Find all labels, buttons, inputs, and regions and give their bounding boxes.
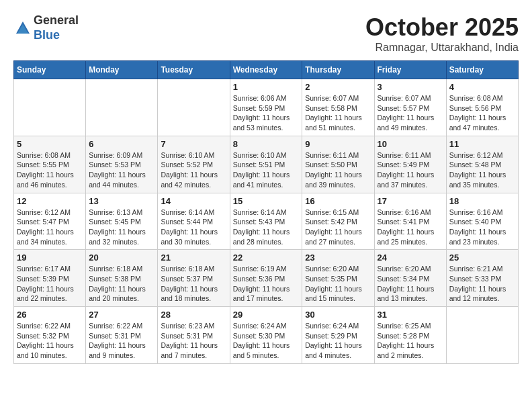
logo-icon <box>13 19 32 38</box>
day-number: 1 <box>233 82 300 92</box>
calendar-cell <box>14 79 86 136</box>
calendar-cell: 28Sunrise: 6:23 AM Sunset: 5:31 PM Dayli… <box>158 307 230 364</box>
day-number: 18 <box>449 196 515 206</box>
day-info: Sunrise: 6:09 AM Sunset: 5:53 PM Dayligh… <box>89 150 154 190</box>
day-number: 15 <box>233 196 300 206</box>
calendar-cell: 21Sunrise: 6:18 AM Sunset: 5:37 PM Dayli… <box>158 250 230 307</box>
calendar-cell: 10Sunrise: 6:11 AM Sunset: 5:49 PM Dayli… <box>374 136 446 193</box>
day-number: 11 <box>449 139 515 149</box>
weekday-header: Sunday <box>14 61 86 79</box>
page-header: General Blue October 2025 Ramnagar, Utta… <box>13 13 519 54</box>
calendar-cell: 25Sunrise: 6:21 AM Sunset: 5:33 PM Dayli… <box>446 250 518 307</box>
day-number: 17 <box>378 196 443 206</box>
day-info: Sunrise: 6:07 AM Sunset: 5:57 PM Dayligh… <box>378 93 443 133</box>
calendar-week-row: 12Sunrise: 6:12 AM Sunset: 5:47 PM Dayli… <box>14 193 519 250</box>
day-info: Sunrise: 6:14 AM Sunset: 5:44 PM Dayligh… <box>161 208 226 247</box>
calendar-cell: 17Sunrise: 6:16 AM Sunset: 5:41 PM Dayli… <box>374 193 446 250</box>
day-number: 25 <box>449 253 515 263</box>
day-info: Sunrise: 6:17 AM Sunset: 5:39 PM Dayligh… <box>17 264 83 304</box>
calendar-header-row: SundayMondayTuesdayWednesdayThursdayFrid… <box>14 61 519 79</box>
calendar-cell <box>86 79 158 136</box>
day-info: Sunrise: 6:18 AM Sunset: 5:37 PM Dayligh… <box>161 264 226 304</box>
weekday-header: Thursday <box>302 61 374 79</box>
day-number: 26 <box>17 310 83 320</box>
calendar-cell: 13Sunrise: 6:13 AM Sunset: 5:45 PM Dayli… <box>86 193 158 250</box>
weekday-header: Tuesday <box>158 61 230 79</box>
calendar-cell: 15Sunrise: 6:14 AM Sunset: 5:43 PM Dayli… <box>230 193 302 250</box>
day-number: 24 <box>378 253 443 263</box>
calendar-cell: 24Sunrise: 6:20 AM Sunset: 5:34 PM Dayli… <box>374 250 446 307</box>
logo-blue: Blue <box>34 28 79 43</box>
calendar-cell: 22Sunrise: 6:19 AM Sunset: 5:36 PM Dayli… <box>230 250 302 307</box>
calendar-cell: 31Sunrise: 6:25 AM Sunset: 5:28 PM Dayli… <box>374 307 446 364</box>
title-block: October 2025 Ramnagar, Uttarakhand, Indi… <box>365 13 519 54</box>
calendar-cell: 7Sunrise: 6:10 AM Sunset: 5:52 PM Daylig… <box>158 136 230 193</box>
day-info: Sunrise: 6:15 AM Sunset: 5:42 PM Dayligh… <box>305 208 371 247</box>
calendar-cell: 18Sunrise: 6:16 AM Sunset: 5:40 PM Dayli… <box>446 193 518 250</box>
day-info: Sunrise: 6:10 AM Sunset: 5:51 PM Dayligh… <box>233 150 300 190</box>
day-info: Sunrise: 6:11 AM Sunset: 5:49 PM Dayligh… <box>378 150 443 190</box>
day-number: 9 <box>305 139 371 149</box>
day-info: Sunrise: 6:22 AM Sunset: 5:32 PM Dayligh… <box>17 321 83 361</box>
day-number: 14 <box>161 196 226 206</box>
calendar-cell: 14Sunrise: 6:14 AM Sunset: 5:44 PM Dayli… <box>158 193 230 250</box>
day-info: Sunrise: 6:08 AM Sunset: 5:56 PM Dayligh… <box>449 93 515 133</box>
day-info: Sunrise: 6:19 AM Sunset: 5:36 PM Dayligh… <box>233 264 300 304</box>
calendar-week-row: 26Sunrise: 6:22 AM Sunset: 5:32 PM Dayli… <box>14 307 519 364</box>
day-number: 12 <box>17 196 83 206</box>
month-title: October 2025 <box>365 13 519 42</box>
day-info: Sunrise: 6:22 AM Sunset: 5:31 PM Dayligh… <box>89 321 154 361</box>
day-info: Sunrise: 6:07 AM Sunset: 5:58 PM Dayligh… <box>305 93 371 133</box>
day-info: Sunrise: 6:13 AM Sunset: 5:45 PM Dayligh… <box>89 208 154 247</box>
day-number: 16 <box>305 196 371 206</box>
day-number: 20 <box>89 253 154 263</box>
day-number: 22 <box>233 253 300 263</box>
day-info: Sunrise: 6:24 AM Sunset: 5:29 PM Dayligh… <box>305 321 371 361</box>
day-info: Sunrise: 6:23 AM Sunset: 5:31 PM Dayligh… <box>161 321 226 361</box>
calendar-week-row: 5Sunrise: 6:08 AM Sunset: 5:55 PM Daylig… <box>14 136 519 193</box>
calendar-cell: 8Sunrise: 6:10 AM Sunset: 5:51 PM Daylig… <box>230 136 302 193</box>
calendar-cell: 27Sunrise: 6:22 AM Sunset: 5:31 PM Dayli… <box>86 307 158 364</box>
day-number: 4 <box>449 82 515 92</box>
day-number: 5 <box>17 139 83 149</box>
day-number: 21 <box>161 253 226 263</box>
day-number: 30 <box>305 310 371 320</box>
calendar-cell: 5Sunrise: 6:08 AM Sunset: 5:55 PM Daylig… <box>14 136 86 193</box>
day-number: 27 <box>89 310 154 320</box>
day-number: 28 <box>161 310 226 320</box>
calendar-cell: 3Sunrise: 6:07 AM Sunset: 5:57 PM Daylig… <box>374 79 446 136</box>
day-info: Sunrise: 6:11 AM Sunset: 5:50 PM Dayligh… <box>305 150 371 190</box>
day-info: Sunrise: 6:20 AM Sunset: 5:34 PM Dayligh… <box>378 264 443 304</box>
day-info: Sunrise: 6:25 AM Sunset: 5:28 PM Dayligh… <box>378 321 443 361</box>
day-info: Sunrise: 6:16 AM Sunset: 5:40 PM Dayligh… <box>449 208 515 247</box>
day-info: Sunrise: 6:10 AM Sunset: 5:52 PM Dayligh… <box>161 150 226 190</box>
day-number: 10 <box>378 139 443 149</box>
day-number: 3 <box>378 82 443 92</box>
calendar-table: SundayMondayTuesdayWednesdayThursdayFrid… <box>13 60 519 364</box>
calendar-cell: 4Sunrise: 6:08 AM Sunset: 5:56 PM Daylig… <box>446 79 518 136</box>
calendar-cell: 16Sunrise: 6:15 AM Sunset: 5:42 PM Dayli… <box>302 193 374 250</box>
day-info: Sunrise: 6:08 AM Sunset: 5:55 PM Dayligh… <box>17 150 83 190</box>
day-number: 2 <box>305 82 371 92</box>
day-number: 23 <box>305 253 371 263</box>
day-info: Sunrise: 6:20 AM Sunset: 5:35 PM Dayligh… <box>305 264 371 304</box>
day-info: Sunrise: 6:21 AM Sunset: 5:33 PM Dayligh… <box>449 264 515 304</box>
calendar-cell: 29Sunrise: 6:24 AM Sunset: 5:30 PM Dayli… <box>230 307 302 364</box>
day-info: Sunrise: 6:24 AM Sunset: 5:30 PM Dayligh… <box>233 321 300 361</box>
day-info: Sunrise: 6:12 AM Sunset: 5:47 PM Dayligh… <box>17 208 83 247</box>
day-number: 19 <box>17 253 83 263</box>
day-number: 8 <box>233 139 300 149</box>
day-number: 13 <box>89 196 154 206</box>
calendar-cell: 1Sunrise: 6:06 AM Sunset: 5:59 PM Daylig… <box>230 79 302 136</box>
calendar-cell: 2Sunrise: 6:07 AM Sunset: 5:58 PM Daylig… <box>302 79 374 136</box>
calendar-week-row: 19Sunrise: 6:17 AM Sunset: 5:39 PM Dayli… <box>14 250 519 307</box>
day-number: 29 <box>233 310 300 320</box>
day-info: Sunrise: 6:12 AM Sunset: 5:48 PM Dayligh… <box>449 150 515 190</box>
weekday-header: Saturday <box>446 61 518 79</box>
weekday-header: Friday <box>374 61 446 79</box>
calendar-cell: 26Sunrise: 6:22 AM Sunset: 5:32 PM Dayli… <box>14 307 86 364</box>
location: Ramnagar, Uttarakhand, India <box>365 42 519 54</box>
day-info: Sunrise: 6:16 AM Sunset: 5:41 PM Dayligh… <box>378 208 443 247</box>
logo: General Blue <box>13 13 79 42</box>
day-number: 7 <box>161 139 226 149</box>
